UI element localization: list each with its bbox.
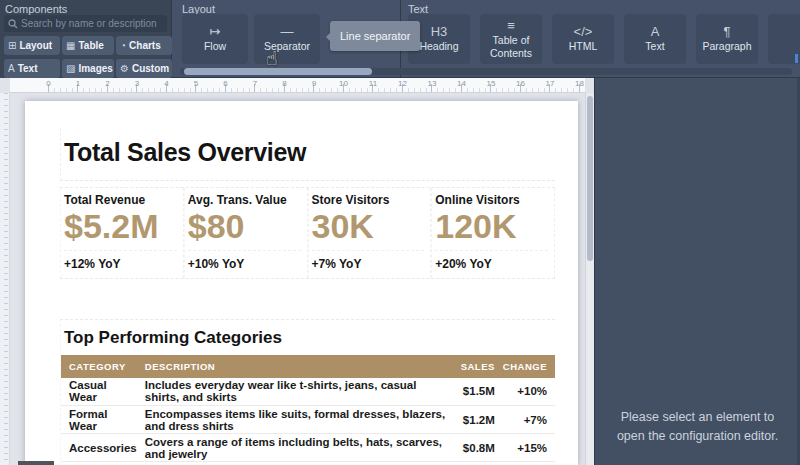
pie-chart-icon: ◔ (120, 40, 126, 51)
toolbar-scrollbar-track[interactable] (180, 68, 792, 75)
ruler-number: 3 (135, 79, 139, 88)
cell-category: Casual Wear (61, 378, 137, 406)
category-custom-button[interactable]: ⚙Custom (116, 59, 172, 78)
ruler-number: 5 (194, 79, 198, 88)
cell-sales: $0.8M (451, 434, 503, 462)
category-images-button[interactable]: ▨Images (62, 59, 114, 78)
ruler-number: 15 (487, 79, 496, 88)
cell-sales: $1.2M (451, 406, 503, 434)
layout-grid-icon: ⊞ (8, 40, 16, 51)
canvas-scrollbar-track[interactable] (585, 93, 594, 465)
metric-label: Store Visitors (312, 188, 425, 209)
metric-change: +20% YoY (435, 251, 548, 278)
text-a-icon: A (8, 63, 15, 74)
report-page[interactable]: Total Sales Overview Total Revenue $5.2M… (25, 101, 578, 465)
table-row[interactable]: Casual Wear Includes everyday wear like … (61, 378, 555, 406)
category-text-button[interactable]: AText (4, 59, 60, 78)
title-block[interactable]: Total Sales Overview (60, 128, 555, 181)
text-label: Text (643, 40, 666, 52)
categories-table[interactable]: CATEGORY DESCRIPTION SALES CHANGE Casual… (61, 355, 555, 465)
metric-store-visitors[interactable]: Store Visitors 30K +7% YoY (308, 188, 432, 278)
empty-selection-message: Please select an element to open the con… (607, 408, 788, 446)
column-header-sales: SALES (451, 355, 503, 378)
ruler-number: 2 (105, 79, 109, 88)
cell-category: Accessories (61, 434, 137, 462)
category-table-button[interactable]: ▦Table (62, 36, 114, 55)
gear-icon: ⚙ (120, 63, 129, 74)
canvas-scrollbar-thumb[interactable] (587, 96, 593, 261)
ruler-number: 6 (223, 79, 227, 88)
column-header-category: CATEGORY (61, 355, 137, 378)
toc-label: Table of Contents (480, 34, 542, 58)
category-label: Text (18, 63, 38, 74)
ruler-number: 10 (339, 79, 348, 88)
heading-label: Heading (417, 40, 460, 52)
ruler-number: 8 (282, 79, 286, 88)
text-a-icon: A (651, 25, 660, 38)
cell-description: Includes everyday wear like t-shirts, je… (137, 378, 451, 406)
cell-category: Formal Wear (61, 406, 137, 434)
image-icon: ▨ (66, 63, 75, 74)
ruler-number: 0 (46, 79, 50, 88)
vertical-spacer (60, 279, 555, 319)
table-row[interactable]: Accessories Covers a range of items incl… (61, 434, 555, 462)
category-label: Table (78, 40, 103, 51)
flow-label: Flow (202, 40, 228, 52)
metric-label: Avg. Trans. Value (188, 188, 301, 209)
h3-heading-icon: H3 (431, 25, 448, 38)
vertical-ruler (0, 93, 10, 465)
paragraph-component-button[interactable]: ¶ Paragraph (696, 14, 758, 64)
metric-change: +7% YoY (312, 251, 425, 278)
cell-sales: $1.5M (451, 378, 503, 406)
ruler-number: 7 (253, 79, 257, 88)
search-input[interactable] (21, 18, 163, 29)
category-label: Charts (129, 40, 161, 51)
metric-online-visitors[interactable]: Online Visitors 120K +20% YoY (431, 188, 555, 278)
component-category-grid: ⊞Layout ▦Table ◔Charts AText ▨Images ⚙Cu… (4, 36, 170, 78)
code-icon: </> (574, 25, 593, 38)
flow-component-button[interactable]: ↦ Flow (182, 14, 248, 64)
mouse-cursor-icon: ☝ (266, 47, 278, 69)
component-search[interactable] (4, 15, 167, 32)
paragraph-label: Paragraph (700, 40, 753, 52)
ruler-number: 16 (516, 79, 525, 88)
cell-change: +10% (503, 378, 555, 406)
category-label: Images (78, 63, 112, 74)
html-component-button[interactable]: </> HTML (552, 14, 614, 64)
components-panel: Components ⊞Layout ▦Table ◔Charts AText … (0, 0, 172, 78)
components-panel-title: Components (5, 3, 67, 15)
page-title: Total Sales Overview (64, 138, 555, 167)
search-icon (8, 19, 18, 29)
metric-avg-trans-value[interactable]: Avg. Trans. Value $80 +10% YoY (184, 188, 308, 278)
categories-title: Top Performing Categories (61, 320, 555, 355)
metric-label: Online Visitors (435, 188, 548, 209)
separator-line-icon: — (281, 25, 294, 38)
category-layout-button[interactable]: ⊞Layout (4, 36, 60, 55)
top-toolbar: Components ⊞Layout ▦Table ◔Charts AText … (0, 0, 800, 78)
ruler-number: 1 (76, 79, 80, 88)
metric-change: +12% YoY (64, 251, 177, 278)
line-separator-tooltip: Line separator (330, 21, 420, 51)
document-body: Total Sales Overview Total Revenue $5.2M… (60, 128, 555, 465)
metric-label: Total Revenue (64, 188, 177, 209)
html-label: HTML (567, 40, 600, 52)
category-label: Custom (132, 63, 169, 74)
ruler-number: 4 (164, 79, 168, 88)
table-of-contents-component-button[interactable]: ≡ Table of Contents (480, 14, 542, 64)
column-header-change: CHANGE (503, 355, 555, 378)
table-icon: ▦ (66, 40, 75, 51)
category-charts-button[interactable]: ◔Charts (116, 36, 172, 55)
metric-total-revenue[interactable]: Total Revenue $5.2M +12% YoY (60, 188, 184, 278)
table-row[interactable]: Formal Wear Encompasses items like suits… (61, 406, 555, 434)
ruler-number: 17 (546, 79, 555, 88)
metrics-row: Total Revenue $5.2M +12% YoY Avg. Trans.… (60, 187, 555, 279)
separator-component-button[interactable]: — Separator (254, 14, 320, 64)
horizontal-ruler: 0123456789101112131415161718 (10, 78, 585, 93)
toolbar-scrollbar-thumb[interactable] (184, 68, 372, 75)
ruler-number: 11 (369, 79, 377, 88)
scroll-accent-mark (795, 54, 798, 63)
text-component-button[interactable]: A Text (624, 14, 686, 64)
configuration-panel: Please select an element to open the con… (594, 78, 800, 465)
categories-section[interactable]: Top Performing Categories CATEGORY DESCR… (60, 319, 555, 465)
metric-value: 120K (435, 209, 548, 251)
